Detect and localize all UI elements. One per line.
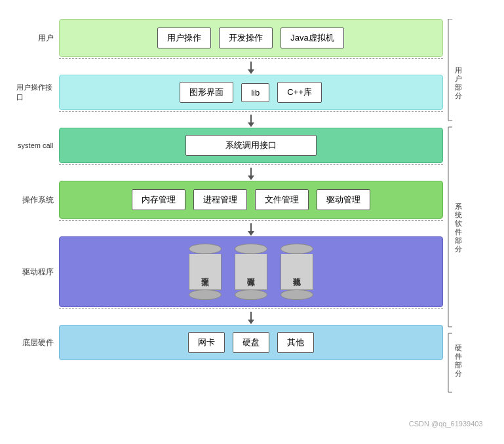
box-iface-2: lib xyxy=(241,83,269,102)
box-hw-2: 硬盘 xyxy=(233,332,269,353)
cyl-body-2: 方驱磁碟 xyxy=(235,254,267,290)
sep-4 xyxy=(59,220,443,221)
arrow-1 xyxy=(59,60,443,75)
band-user: 用户操作 开发操作 Java虚拟机 xyxy=(59,19,443,57)
band-hardware: 网卡 硬盘 其他 xyxy=(59,325,443,360)
svg-text:分: 分 xyxy=(455,245,462,253)
sep-2 xyxy=(59,111,443,112)
svg-text:部: 部 xyxy=(455,83,462,91)
cylinder-1: 方驱平底 xyxy=(189,244,222,300)
cyl-top-1 xyxy=(189,244,222,254)
label-os: 操作系统 xyxy=(16,181,59,219)
label-interface: 用户操作接口 xyxy=(16,75,59,110)
brace-svg: 用 户 部 分 系 统 软 件 部 分 硬 件 部 分 xyxy=(446,19,488,425)
arrow-3 xyxy=(59,166,443,181)
svg-text:分: 分 xyxy=(455,369,462,377)
box-syscall: 系统调用接口 xyxy=(185,135,317,156)
cyl-top-3 xyxy=(281,244,313,254)
box-user-1: 用户操作 xyxy=(157,28,211,48)
arrow-2 xyxy=(59,113,443,128)
cylinder-2: 方驱磁碟 xyxy=(235,244,267,300)
svg-text:系: 系 xyxy=(455,202,462,210)
row-hardware: 底层硬件 网卡 硬盘 其他 xyxy=(16,325,443,360)
band-driver: 方驱平底 方驱磁碟 其他驱动 xyxy=(59,236,443,307)
row-user: 用户 用户操作 开发操作 Java虚拟机 xyxy=(16,19,443,57)
svg-text:硬: 硬 xyxy=(455,344,462,352)
row-os: 操作系统 内存管理 进程管理 文件管理 驱动管理 xyxy=(16,181,443,219)
label-driver: 驱动程序 xyxy=(16,236,59,307)
credit-text: CSDN @qq_61939403 xyxy=(409,420,483,428)
cylinder-3: 其他驱动 xyxy=(281,244,313,300)
right-annotations: 用 户 部 分 系 统 软 件 部 分 硬 件 部 分 xyxy=(446,12,488,432)
svg-text:分: 分 xyxy=(455,92,462,100)
box-user-2: 开发操作 xyxy=(219,28,273,48)
label-hardware: 底层硬件 xyxy=(16,325,59,360)
svg-text:部: 部 xyxy=(455,236,462,244)
cyl-body-1: 方驱平底 xyxy=(189,254,222,290)
svg-text:用: 用 xyxy=(455,66,462,74)
svg-text:户: 户 xyxy=(455,75,462,83)
diagram-wrapper: 用户 用户操作 开发操作 Java虚拟机 用户操作接口 图形界面 lib C++… xyxy=(16,12,488,432)
box-user-3: Java虚拟机 xyxy=(281,28,343,48)
sep-5 xyxy=(59,308,443,309)
sep-1 xyxy=(59,58,443,59)
svg-text:件: 件 xyxy=(455,352,462,360)
arrow-5 xyxy=(59,310,443,325)
cyl-top-2 xyxy=(235,244,267,254)
cyl-body-3: 其他驱动 xyxy=(281,254,313,290)
row-driver: 驱动程序 方驱平底 方驱磁碟 xyxy=(16,236,443,307)
cyl-bottom-2 xyxy=(235,289,267,300)
svg-text:件: 件 xyxy=(455,228,462,236)
box-iface-1: 图形界面 xyxy=(180,82,233,103)
arrow-4 xyxy=(59,222,443,236)
cyl-bottom-1 xyxy=(189,289,222,300)
band-os: 内存管理 进程管理 文件管理 驱动管理 xyxy=(59,181,443,219)
band-syscall: 系统调用接口 xyxy=(59,128,443,163)
box-os-3: 文件管理 xyxy=(255,189,309,210)
box-iface-3: C++库 xyxy=(277,82,322,103)
svg-text:统: 统 xyxy=(455,211,462,219)
box-os-2: 进程管理 xyxy=(193,189,247,210)
sep-3 xyxy=(59,164,443,165)
box-os-4: 驱动管理 xyxy=(317,189,370,210)
row-interface: 用户操作接口 图形界面 lib C++库 xyxy=(16,75,443,110)
svg-text:部: 部 xyxy=(455,361,462,369)
box-hw-1: 网卡 xyxy=(188,332,225,353)
box-hw-3: 其他 xyxy=(277,332,314,353)
label-user: 用户 xyxy=(16,19,59,57)
cyl-bottom-3 xyxy=(281,289,313,300)
box-os-1: 内存管理 xyxy=(132,189,185,210)
band-interface: 图形界面 lib C++库 xyxy=(59,75,443,110)
row-syscall: system call 系统调用接口 xyxy=(16,128,443,163)
bands-and-arrows: 用户 用户操作 开发操作 Java虚拟机 用户操作接口 图形界面 lib C++… xyxy=(16,12,443,432)
svg-text:软: 软 xyxy=(455,219,462,227)
label-syscall: system call xyxy=(16,128,59,163)
